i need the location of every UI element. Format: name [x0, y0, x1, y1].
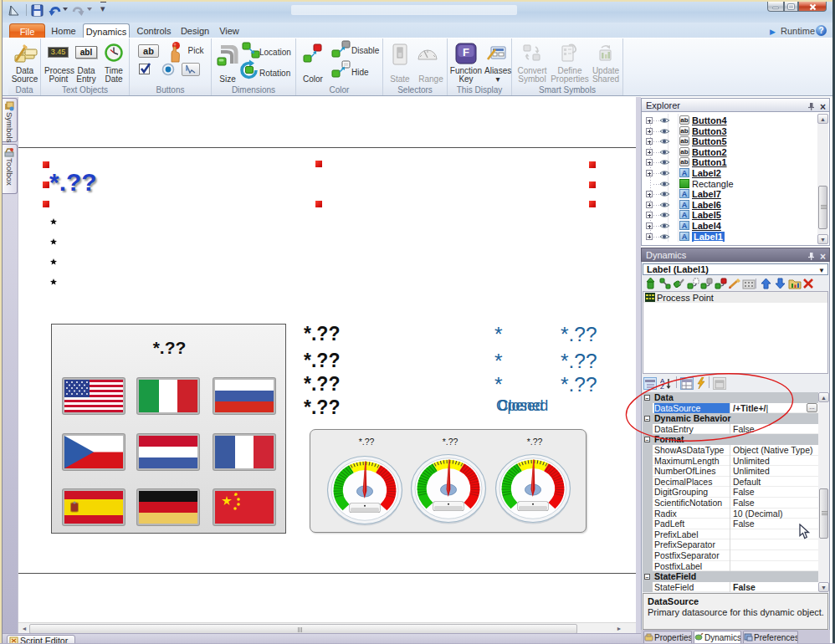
svg-text:F: F: [463, 46, 469, 59]
